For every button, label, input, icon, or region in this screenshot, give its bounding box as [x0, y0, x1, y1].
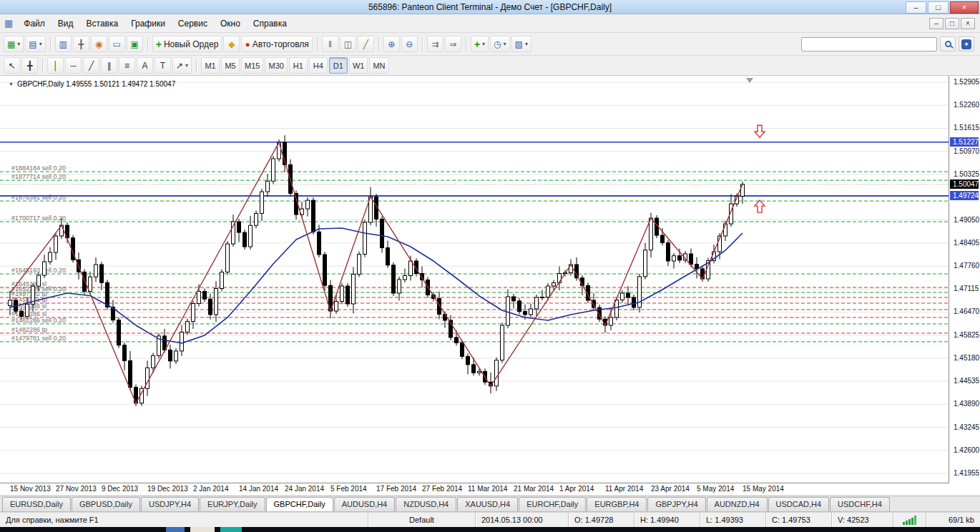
- community-button[interactable]: ✦: [959, 36, 974, 51]
- application-window: { "window": { "title": "565896: Panteon …: [0, 0, 980, 532]
- horizontal-line-button[interactable]: ─: [65, 57, 82, 74]
- chart-tab-8[interactable]: EURCHF,Daily: [519, 497, 586, 511]
- status-profile[interactable]: Default: [368, 513, 475, 527]
- periods-button[interactable]: ◷▾: [490, 36, 510, 52]
- menu-item-2[interactable]: Вставка: [80, 16, 125, 31]
- text-button[interactable]: A: [137, 57, 153, 74]
- strategy-tester-icon: ▣: [131, 40, 139, 49]
- metaeditor-button[interactable]: ◆: [223, 36, 240, 52]
- mdi-close-button[interactable]: ×: [961, 18, 975, 29]
- tf-h4-button[interactable]: H4: [309, 57, 328, 74]
- window-minimize-button[interactable]: –: [906, 1, 926, 14]
- chart-tab-13[interactable]: USDCHF,H4: [830, 497, 890, 511]
- menu-item-1[interactable]: Вид: [52, 16, 80, 31]
- tf-m1-button[interactable]: M1: [201, 57, 220, 74]
- new-order-button[interactable]: +Новый Ордер: [152, 36, 222, 52]
- tf-mn-button[interactable]: MN: [369, 57, 388, 74]
- taskbar-app-icon[interactable]: [166, 527, 185, 532]
- profiles-button[interactable]: ▤▾: [25, 36, 45, 52]
- menu-item-3[interactable]: Графики: [124, 16, 172, 31]
- auto-scroll-button[interactable]: ⇉: [427, 36, 444, 52]
- tf-m30-button[interactable]: M30: [265, 57, 287, 74]
- chart-tab-12[interactable]: USDCAD,H4: [768, 497, 830, 511]
- price-tick: 1.50970: [954, 148, 979, 155]
- signal-bars-icon: [903, 516, 916, 525]
- fibonacci-button[interactable]: ≡: [119, 57, 135, 74]
- price-chart-svg[interactable]: #1884184 sell 0.20#1877714 sell 0.20#187…: [0, 76, 980, 483]
- terminal-button[interactable]: ▭: [109, 36, 125, 52]
- cursor-button[interactable]: ↖: [4, 57, 20, 74]
- chart-candles-button[interactable]: ◫: [340, 36, 356, 52]
- chart-tab-4[interactable]: GBPCHF,Daily: [266, 497, 333, 511]
- navigator-button[interactable]: ◉: [91, 36, 107, 52]
- status-high: H: 1.49940: [634, 513, 700, 527]
- chart-tab-0[interactable]: EURUSD,Daily: [2, 497, 71, 511]
- arrows-button[interactable]: ↗▾: [172, 57, 192, 74]
- tf-m15-button[interactable]: M15: [241, 57, 263, 74]
- toolbar-separator: [317, 37, 318, 51]
- date-label: 27 Nov 2013: [56, 485, 97, 493]
- status-bar-time: 2014.05.13 00:00: [475, 513, 568, 527]
- market-watch-button[interactable]: ▥: [55, 36, 72, 52]
- menu-item-5[interactable]: Окно: [214, 16, 247, 31]
- chart-shift-button[interactable]: ⇒: [445, 36, 461, 52]
- toolbar-main: ▦▾▤▾▥╋◉▭▣+Новый Ордер◆●Авто-торговля‖◫╱⊕…: [3, 36, 532, 52]
- sell-arrow-icon: [755, 125, 765, 137]
- autotrade-button[interactable]: ●Авто-торговля: [241, 36, 313, 52]
- new-chart-button[interactable]: ▦▾: [4, 36, 24, 52]
- strategy-tester-button[interactable]: ▣: [127, 36, 143, 52]
- chart-tab-7[interactable]: XAUUSD,H4: [457, 497, 518, 511]
- chart-tab-1[interactable]: GBPUSD,Daily: [72, 497, 140, 511]
- tf-w1-button[interactable]: W1: [349, 57, 368, 74]
- taskbar-app-icon[interactable]: [190, 527, 215, 532]
- trendline-button[interactable]: ╱: [83, 57, 99, 74]
- chart-tab-10[interactable]: GBPJPY,H4: [647, 497, 705, 511]
- search-button[interactable]: [940, 36, 956, 51]
- chart-tab-9[interactable]: EURGBP,H4: [587, 497, 647, 511]
- data-window-button[interactable]: ╋: [73, 36, 89, 52]
- crosshair-button[interactable]: ╋: [21, 57, 38, 74]
- zoom-out-button[interactable]: ⊖: [401, 36, 418, 52]
- price-tick: 1.52905: [954, 79, 979, 86]
- templates-button[interactable]: ▧▾: [511, 36, 531, 52]
- menu-item-4[interactable]: Сервис: [172, 16, 214, 31]
- channel-button[interactable]: ∥: [101, 57, 117, 74]
- menu-item-6[interactable]: Справка: [247, 16, 293, 31]
- chart-tab-3[interactable]: EURJPY,Daily: [200, 497, 265, 511]
- indicators-button[interactable]: +▾: [471, 36, 489, 52]
- chart-tab-11[interactable]: AUDNZD,H4: [707, 497, 768, 511]
- chart-tab-2[interactable]: USDJPY,H4: [141, 497, 199, 511]
- price-tick: 1.43890: [954, 400, 979, 408]
- symbol-dropdown-icon[interactable]: ▼: [9, 82, 14, 87]
- chart-tab-6[interactable]: NZDUSD,H4: [396, 497, 456, 511]
- mdi-minimize-button[interactable]: –: [929, 18, 944, 29]
- window-maximize-button[interactable]: □: [928, 1, 949, 14]
- chevron-down-icon: ▾: [17, 41, 20, 47]
- indicators-icon: +: [474, 39, 480, 49]
- menu-item-0[interactable]: Файл: [17, 16, 52, 31]
- text-label-button[interactable]: T: [155, 57, 171, 74]
- chart-tabs: EURUSD,DailyGBPUSD,DailyUSDJPY,H4EURJPY,…: [0, 496, 980, 512]
- chevron-down-icon: ▾: [185, 62, 188, 69]
- tf-d1-button[interactable]: D1: [329, 57, 348, 74]
- window-close-button[interactable]: ×: [950, 1, 979, 14]
- search-input[interactable]: [801, 37, 937, 51]
- taskbar-app-icon[interactable]: [220, 527, 242, 532]
- new-order-icon: +: [156, 39, 162, 49]
- date-label: 17 Feb 2014: [376, 485, 416, 493]
- zoom-in-button[interactable]: ⊕: [383, 36, 400, 52]
- date-axis: 15 Nov 201327 Nov 20139 Dec 201319 Dec 2…: [0, 483, 980, 496]
- autotrade-icon: ●: [245, 40, 250, 49]
- chart-line-button[interactable]: ╱: [358, 36, 374, 52]
- tf-h1-button[interactable]: H1: [289, 57, 308, 74]
- price-tick: 1.46470: [954, 308, 979, 315]
- tf-m5-button[interactable]: M5: [221, 57, 240, 74]
- vertical-line-button[interactable]: │: [47, 57, 64, 74]
- price-badge: 1.51227: [950, 137, 979, 147]
- mdi-restore-button[interactable]: □: [945, 18, 959, 29]
- chart-bars-button[interactable]: ‖: [322, 36, 338, 52]
- date-label: 24 Jan 2014: [285, 485, 324, 493]
- menu-items: ФайлВидВставкаГрафикиСервисОкноСправка: [17, 16, 293, 31]
- chart-tab-5[interactable]: AUDUSD,H4: [334, 497, 396, 511]
- toolbar-separator: [466, 37, 466, 51]
